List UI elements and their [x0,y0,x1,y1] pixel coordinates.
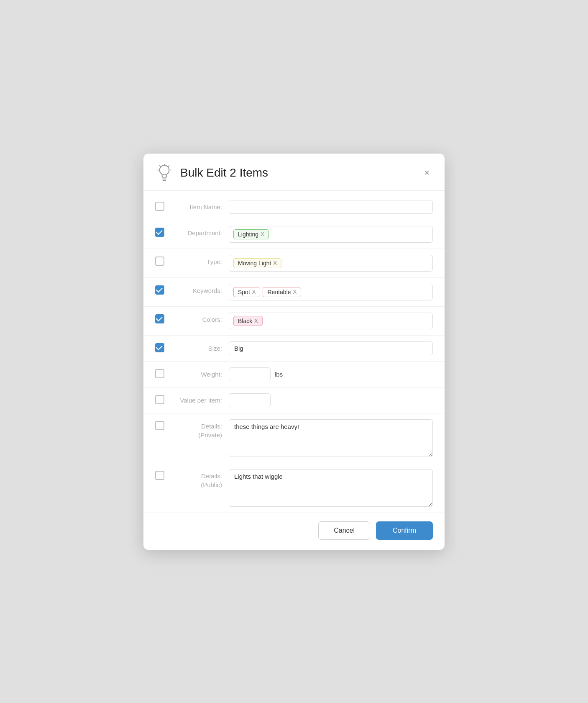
checkbox-keywords[interactable] [155,285,164,295]
checkbox-department[interactable] [155,228,164,237]
tag-spot-remove[interactable]: X [252,289,256,295]
dialog-body: Item Name: Department: Lighting X Type: … [143,191,445,513]
label-item-name: Item Name: [170,200,229,211]
label-keywords: Keywords: [170,284,229,295]
label-department: Department: [170,226,229,237]
checkbox-details-private-wrapper [155,419,170,430]
row-item-name: Item Name: [143,194,445,220]
checkbox-size-wrapper [155,341,170,352]
checkbox-type-wrapper [155,255,170,266]
tag-lighting: Lighting X [233,229,269,239]
checkbox-item-name-wrapper [155,200,170,211]
checkbox-colors[interactable] [155,314,164,323]
control-details-private: these things are heavy! [229,419,433,457]
tag-moving-light-remove[interactable]: X [273,260,277,266]
label-details-public: Details:(Public) [170,469,229,489]
row-details-public: Details:(Public) Lights that wiggle [143,463,445,513]
tag-rentable-remove[interactable]: X [293,289,297,295]
svg-line-5 [168,165,169,166]
checkbox-details-private[interactable] [155,421,164,430]
tag-moving-light: Moving Light X [233,258,281,268]
row-size: Size: [143,336,445,362]
bulk-edit-dialog: Bulk Edit 2 Items × Item Name: Departmen… [143,154,445,550]
dialog-header: Bulk Edit 2 Items × [143,154,445,191]
control-details-public: Lights that wiggle [229,469,433,507]
control-keywords[interactable]: Spot X Rentable X [229,284,433,300]
row-weight: Weight: lbs [143,362,445,387]
label-weight: Weight: [170,367,229,379]
checkbox-details-public-wrapper [155,469,170,480]
input-value[interactable] [229,393,271,407]
row-colors: Colors: Black X [143,307,445,336]
checkbox-details-public[interactable] [155,471,164,480]
checkbox-item-name[interactable] [155,202,164,211]
tag-lighting-remove[interactable]: X [261,231,264,237]
input-item-name[interactable] [229,200,433,214]
tag-spot: Spot X [233,287,260,297]
svg-line-4 [160,165,161,166]
tag-rentable: Rentable X [263,287,301,297]
row-value-per-item: Value per Item: [143,387,445,413]
input-size[interactable] [229,341,433,355]
label-colors: Colors: [170,313,229,324]
confirm-button[interactable]: Confirm [376,521,433,540]
checkbox-value-wrapper [155,393,170,404]
checkbox-keywords-wrapper [155,284,170,295]
label-type: Type: [170,255,229,266]
row-keywords: Keywords: Spot X Rentable X [143,278,445,307]
row-details-private: Details:(Private) these things are heavy… [143,413,445,463]
label-value: Value per Item: [170,393,229,405]
weight-unit: lbs [275,371,283,378]
tag-black-remove[interactable]: X [254,318,258,324]
label-details-private: Details:(Private) [170,419,229,439]
dialog-footer: Cancel Confirm [143,513,445,550]
checkbox-colors-wrapper [155,313,170,323]
row-department: Department: Lighting X [143,220,445,249]
close-button[interactable]: × [421,167,433,179]
control-item-name [229,200,433,214]
checkbox-department-wrapper [155,226,170,237]
checkbox-size[interactable] [155,343,164,352]
textarea-details-public[interactable]: Lights that wiggle [229,469,433,507]
row-type: Type: Moving Light X [143,249,445,278]
checkbox-weight[interactable] [155,369,164,378]
svg-point-0 [160,165,169,175]
checkbox-type[interactable] [155,257,164,266]
control-size [229,341,433,355]
checkbox-value[interactable] [155,395,164,404]
dialog-title: Bulk Edit 2 Items [180,166,421,180]
cancel-button[interactable]: Cancel [318,521,370,540]
control-weight: lbs [229,367,433,381]
control-colors[interactable]: Black X [229,313,433,329]
lightbulb-icon [155,164,174,182]
control-type[interactable]: Moving Light X [229,255,433,272]
label-size: Size: [170,341,229,353]
checkbox-weight-wrapper [155,367,170,378]
control-value [229,393,433,407]
control-department[interactable]: Lighting X [229,226,433,243]
input-weight[interactable] [229,367,271,381]
textarea-details-private[interactable]: these things are heavy! [229,419,433,457]
tag-black: Black X [233,316,263,326]
